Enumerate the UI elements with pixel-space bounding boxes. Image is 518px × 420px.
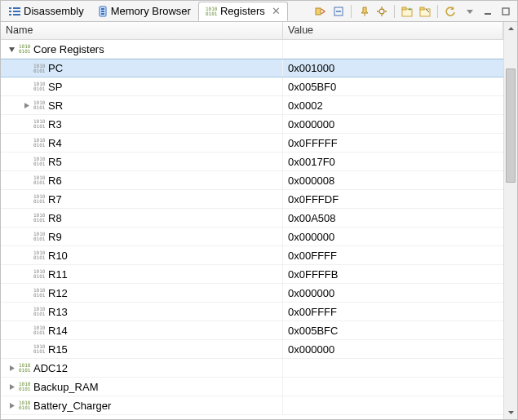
cell-name: 10100101R7: [1, 190, 283, 208]
column-header-name[interactable]: Name: [1, 22, 283, 39]
table-row[interactable]: 10100101R60x000008: [1, 171, 503, 190]
table-row[interactable]: 10100101R150x000000: [1, 340, 503, 359]
cell-value[interactable]: 0x00FFFF: [283, 306, 503, 318]
expand-icon[interactable]: [6, 400, 17, 411]
toolbar-separator: [437, 5, 438, 18]
cell-name: 10100101Core Registers: [1, 40, 283, 58]
register-value: 0x0FFFDF: [288, 193, 339, 206]
expand-icon[interactable]: [20, 99, 32, 111]
register-group-icon: 10100101: [19, 400, 30, 410]
svg-text:0101: 0101: [33, 236, 45, 241]
register-name: PC: [48, 62, 63, 74]
new-group-button[interactable]: +: [399, 3, 415, 20]
cell-value[interactable]: 0x000000: [283, 118, 503, 130]
scroll-thumb[interactable]: [506, 69, 516, 183]
svg-rect-7: [101, 8, 104, 10]
edit-group-button[interactable]: [417, 3, 433, 20]
pin-button[interactable]: [356, 3, 372, 20]
refresh-button[interactable]: [442, 3, 458, 20]
table-row[interactable]: 10100101R80x00A508: [1, 209, 503, 228]
register-name: R3: [48, 118, 62, 130]
table-row[interactable]: 10100101SP0x005BF0: [1, 77, 503, 96]
cell-value[interactable]: 0x0002: [283, 99, 503, 112]
show-type-names-button[interactable]: [312, 3, 329, 20]
svg-text:0101: 0101: [33, 217, 45, 223]
tab-registers[interactable]: 10100101Registers✕: [198, 2, 288, 21]
cell-value[interactable]: 0x000008: [283, 175, 503, 187]
register-name: SR: [48, 99, 63, 112]
cell-name: 10100101SR: [1, 96, 283, 114]
cell-name: 10100101SP: [1, 77, 283, 95]
register-group-icon: 10100101: [19, 382, 30, 391]
table-row[interactable]: 10100101R110x0FFFFB: [1, 265, 503, 284]
table-row[interactable]: 10100101R90x000000: [1, 228, 503, 246]
table-row[interactable]: 10100101R140x005BFC: [1, 321, 503, 340]
register-value: 0x000000: [288, 231, 334, 243]
svg-rect-3: [13, 7, 20, 9]
svg-rect-0: [9, 7, 11, 9]
register-icon: 10100101: [33, 232, 45, 241]
table-row[interactable]: 10100101R50x0017F0: [1, 153, 503, 171]
table-header: Name Value: [1, 22, 503, 40]
tab-label: Registers: [220, 5, 265, 17]
expand-icon[interactable]: [6, 381, 17, 392]
minimize-view-button[interactable]: [480, 3, 496, 20]
table-row[interactable]: 10100101R120x000000: [1, 284, 503, 303]
register-icon: 10100101: [33, 138, 45, 148]
cell-name: 10100101R12: [1, 284, 283, 302]
scroll-down-button[interactable]: [504, 405, 517, 419]
cell-value[interactable]: 0x001000: [283, 62, 503, 74]
table-row[interactable]: 10100101R30x000000: [1, 115, 503, 134]
table-row[interactable]: 10100101Core Registers: [1, 40, 503, 59]
table-row[interactable]: 10100101SR0x0002: [1, 96, 503, 115]
table-row[interactable]: 10100101ADC12: [1, 359, 503, 378]
expand-icon[interactable]: [6, 362, 17, 374]
register-name: ADC12: [33, 362, 68, 374]
svg-rect-12: [316, 8, 321, 15]
scroll-track[interactable]: [504, 36, 517, 405]
registers-view: DisassemblyMemory Browser10100101Registe…: [0, 0, 518, 420]
register-value: 0x0FFFFB: [288, 268, 338, 281]
collapse-icon[interactable]: [6, 43, 17, 55]
register-name: R5: [48, 156, 62, 168]
table-body: 10100101Core Registers10100101PC0x001000…: [1, 40, 503, 419]
svg-text:0101: 0101: [33, 179, 45, 185]
view-settings-button[interactable]: [374, 3, 390, 20]
view-menu-button[interactable]: [462, 3, 478, 20]
cell-name: 10100101R3: [1, 115, 283, 133]
cell-value[interactable]: 0x005BFC: [283, 325, 503, 337]
table-row[interactable]: 10100101R70x0FFFDF: [1, 190, 503, 209]
cell-value[interactable]: 0x0FFFFF: [283, 137, 503, 149]
table-row[interactable]: 10100101PC0x001000: [1, 59, 503, 77]
cell-value[interactable]: 0x000000: [283, 343, 503, 356]
register-value: 0x0002: [288, 99, 323, 112]
close-tab-icon[interactable]: ✕: [272, 5, 281, 17]
cell-value[interactable]: 0x00FFFF: [283, 250, 503, 262]
cell-value[interactable]: 0x00A508: [283, 212, 503, 224]
cell-name: 10100101R14: [1, 321, 283, 339]
column-header-value[interactable]: Value: [283, 22, 503, 39]
register-icon: 10100101: [33, 307, 45, 316]
cell-value[interactable]: 0x000000: [283, 231, 503, 243]
registers-table: Name Value 10100101Core Registers1010010…: [1, 22, 503, 419]
register-group-icon: 10100101: [19, 44, 30, 54]
table-row[interactable]: 10100101Backup_RAM: [1, 378, 503, 396]
svg-rect-4: [13, 11, 20, 12]
table-row[interactable]: 10100101Battery_Charger: [1, 396, 503, 415]
cell-value[interactable]: 0x0017F0: [283, 156, 503, 168]
tab-disassembly[interactable]: Disassembly: [2, 2, 91, 21]
cell-value[interactable]: 0x005BF0: [283, 81, 503, 93]
table-row[interactable]: 10100101R40x0FFFFF: [1, 134, 503, 153]
maximize-view-button[interactable]: [498, 3, 514, 20]
register-value: 0x000000: [288, 287, 334, 299]
tab-memory-browser[interactable]: Memory Browser: [91, 2, 198, 21]
svg-text:0101: 0101: [19, 367, 30, 373]
cell-value[interactable]: 0x0FFFDF: [283, 193, 503, 206]
table-row[interactable]: 10100101R100x00FFFF: [1, 246, 503, 265]
scroll-up-button[interactable]: [504, 22, 517, 36]
collapse-all-button[interactable]: [330, 3, 347, 20]
vertical-scrollbar[interactable]: [503, 22, 517, 419]
cell-value[interactable]: 0x000000: [283, 287, 503, 299]
cell-value[interactable]: 0x0FFFFB: [283, 268, 503, 281]
table-row[interactable]: 10100101R130x00FFFF: [1, 303, 503, 321]
